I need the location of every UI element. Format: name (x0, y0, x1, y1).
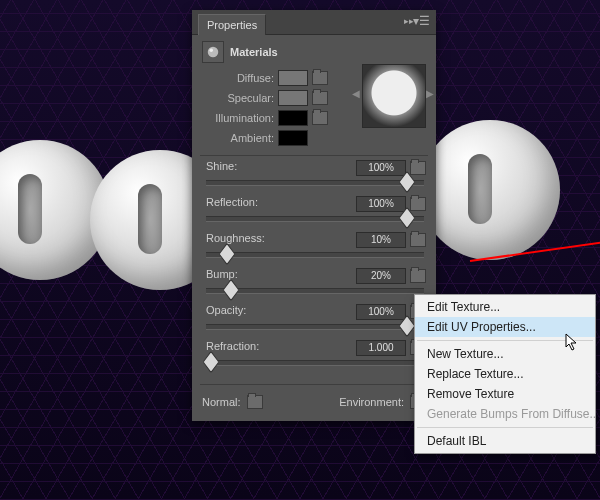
reflection-value[interactable]: 100% (356, 196, 406, 212)
reflection-label: Reflection: (206, 196, 258, 208)
refraction-slider-thumb[interactable] (202, 351, 219, 374)
properties-tab[interactable]: Properties (198, 14, 266, 35)
roughness-texture-icon[interactable] (410, 233, 426, 247)
bump-slider-thumb[interactable] (222, 279, 239, 302)
mesh-object[interactable] (420, 120, 560, 260)
environment-label: Environment: (339, 396, 404, 408)
roughness-value[interactable]: 10% (356, 232, 406, 248)
shine-texture-icon[interactable] (410, 161, 426, 175)
opacity-slider[interactable] (206, 324, 424, 330)
diffuse-swatch[interactable] (278, 70, 308, 86)
ambient-label: Ambient: (202, 132, 274, 144)
texture-context-menu: Edit Texture... Edit UV Properties... Ne… (414, 294, 596, 454)
diffuse-label: Diffuse: (202, 72, 274, 84)
svg-point-1 (210, 49, 214, 53)
reflection-texture-icon[interactable] (410, 197, 426, 211)
specular-texture-icon[interactable] (312, 91, 328, 105)
opacity-label: Opacity: (206, 304, 246, 316)
bump-row: Bump:20% (192, 268, 436, 304)
illumination-label: Illumination: (202, 112, 274, 124)
materials-header: Materials (192, 35, 436, 67)
refraction-label: Refraction: (206, 340, 259, 352)
roughness-row: Roughness:10% (192, 232, 436, 268)
illumination-swatch[interactable] (278, 110, 308, 126)
ambient-swatch[interactable] (278, 130, 308, 146)
normal-env-row: Normal: Environment: (192, 389, 436, 411)
menu-replace-texture[interactable]: Replace Texture... (415, 364, 595, 384)
refraction-slider[interactable] (206, 360, 424, 366)
bump-label: Bump: (206, 268, 238, 280)
properties-panel: Properties ▸▸ ▾☰ Materials ◀ ▶ Diffuse: … (192, 10, 436, 421)
reflection-row: Reflection:100% (192, 196, 436, 232)
shine-row: Shine:100% (192, 160, 436, 196)
roughness-slider[interactable] (206, 252, 424, 258)
shine-value[interactable]: 100% (356, 160, 406, 176)
bump-texture-icon[interactable] (410, 269, 426, 283)
refraction-value[interactable]: 1.000 (356, 340, 406, 356)
illumination-texture-icon[interactable] (312, 111, 328, 125)
opacity-row: Opacity:100% (192, 304, 436, 340)
menu-generate-bumps: Generate Bumps From Diffuse.. (415, 404, 595, 424)
divider (200, 155, 428, 156)
shine-label: Shine: (206, 160, 237, 172)
panel-header: Properties ▸▸ ▾☰ (192, 10, 436, 35)
specular-label: Specular: (202, 92, 274, 104)
material-preview[interactable] (362, 64, 426, 128)
materials-icon (202, 41, 224, 63)
opacity-value[interactable]: 100% (356, 304, 406, 320)
divider (200, 384, 428, 385)
roughness-label: Roughness: (206, 232, 265, 244)
menu-remove-texture[interactable]: Remove Texture (415, 384, 595, 404)
refraction-row: Refraction:1.000 (192, 340, 436, 376)
preview-next-icon[interactable]: ▶ (426, 88, 434, 99)
roughness-slider-thumb[interactable] (218, 243, 235, 266)
specular-swatch[interactable] (278, 90, 308, 106)
bump-value[interactable]: 20% (356, 268, 406, 284)
normal-label: Normal: (202, 396, 241, 408)
diffuse-texture-icon[interactable] (312, 71, 328, 85)
cursor-pointer-icon (565, 333, 579, 353)
svg-point-0 (208, 47, 219, 58)
menu-default-ibl[interactable]: Default IBL (415, 431, 595, 451)
normal-texture-icon[interactable] (247, 395, 263, 409)
materials-title: Materials (230, 46, 278, 58)
ambient-row: Ambient: (192, 129, 436, 147)
menu-separator (417, 427, 593, 428)
reflection-slider[interactable] (206, 216, 424, 222)
panel-menu-icon[interactable]: ▾☰ (413, 14, 430, 28)
menu-edit-texture[interactable]: Edit Texture... (415, 297, 595, 317)
preview-prev-icon[interactable]: ◀ (352, 88, 360, 99)
shine-slider[interactable] (206, 180, 424, 186)
